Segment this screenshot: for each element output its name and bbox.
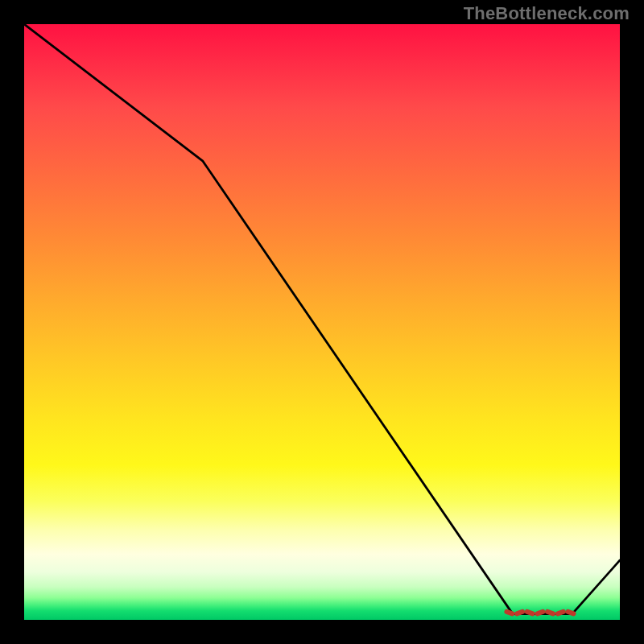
watermark-text: TheBottleneck.com [464, 3, 630, 24]
plot-background-gradient [24, 24, 620, 620]
chart-frame: TheBottleneck.com [0, 0, 644, 644]
